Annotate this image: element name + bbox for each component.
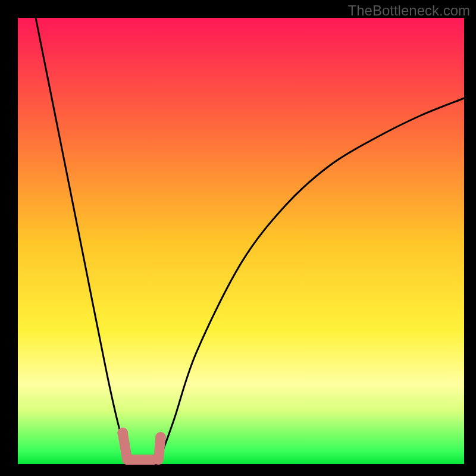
watermark-text: TheBottleneck.com (348, 2, 470, 19)
plot-background (18, 18, 464, 464)
svg-line-4 (158, 437, 161, 460)
bottleneck-chart (0, 0, 476, 476)
chart-container: TheBottleneck.com (0, 0, 476, 476)
